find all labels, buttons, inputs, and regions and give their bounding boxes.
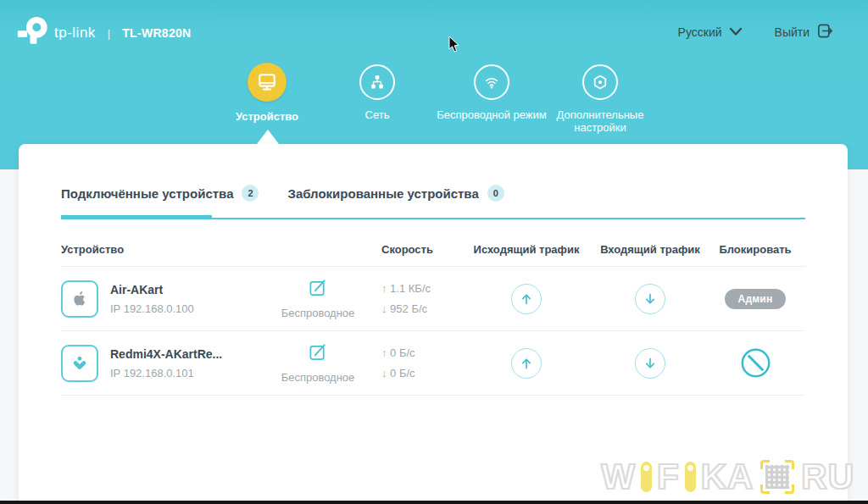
col-header-speed: Скорость [381, 243, 462, 256]
arrow-up-icon [518, 291, 535, 307]
divider [61, 395, 805, 396]
logout-button[interactable]: Выйти [775, 22, 834, 42]
watermark-letter: W [601, 457, 636, 497]
nav-item-advanced[interactable]: Дополнительные настройки [530, 63, 670, 134]
connected-count-badge: 2 [242, 185, 259, 202]
active-tab-pointer [257, 130, 279, 144]
brand-area: tp-link | TL-WR820N [17, 15, 192, 51]
tab-blocked-label: Заблокированные устройства [287, 186, 478, 201]
edit-device-icon[interactable] [309, 278, 328, 297]
tab-connected-label: Подключённые устройства [61, 186, 233, 201]
phone-user-icon [61, 345, 98, 382]
connection-type: Беспроводное [281, 371, 355, 384]
col-header-block: Блокировать [709, 243, 801, 256]
upload-speed: ↑ 1.1 КБ/с [381, 279, 462, 299]
monitor-icon [248, 63, 287, 102]
device-ip: IP 192.168.0.101 [110, 367, 222, 379]
logout-icon [816, 22, 834, 42]
nav-label-advanced: Дополнительные настройки [530, 108, 670, 134]
download-speed: ↓ 952 Б/с [381, 299, 462, 319]
watermark-letter: KA [701, 457, 754, 497]
chevron-down-icon [729, 25, 743, 39]
network-icon [359, 64, 395, 100]
nav-item-network[interactable]: Сеть [331, 63, 424, 121]
connection-type: Беспроводное [281, 307, 355, 319]
device-name: Air-AKart [110, 283, 194, 296]
qr-code-icon [760, 460, 794, 494]
active-tab-indicator [61, 215, 212, 219]
table-header-row: Устройство Скорость Исходящий трафик Вхо… [61, 243, 805, 256]
watermark-letter: RU [801, 457, 854, 497]
device-model: TL-WR820N [122, 26, 191, 40]
logout-label: Выйти [775, 25, 810, 39]
device-ip: IP 192.168.0.100 [110, 302, 194, 315]
incoming-traffic-button[interactable] [635, 348, 665, 379]
block-device-icon[interactable] [740, 347, 771, 379]
col-header-device: Устройство [61, 243, 254, 256]
tab-blocked-devices[interactable]: Заблокированные устройства 0 [287, 185, 504, 202]
arrow-down-icon [642, 291, 659, 307]
incoming-traffic-button[interactable] [635, 284, 665, 314]
tab-connected-devices[interactable]: Подключённые устройства 2 [61, 185, 259, 202]
arrow-down-icon [642, 355, 659, 372]
tp-link-logo-icon [17, 15, 49, 51]
col-header-outgoing: Исходящий трафик [462, 243, 591, 256]
nav-label-network: Сеть [331, 108, 424, 121]
col-header-incoming: Входящий трафик [591, 243, 709, 256]
watermark-i-mark [641, 462, 652, 492]
gear-icon [582, 64, 618, 100]
brand-separator: | [108, 27, 110, 40]
device-name: Redmi4X-AKartRe... [110, 347, 222, 361]
wifi-icon [474, 64, 509, 100]
wifika-ru-watermark: W F KA RU [601, 457, 854, 497]
apple-icon [61, 280, 98, 318]
upload-speed: ↑ 0 Б/с [381, 343, 462, 363]
outgoing-traffic-button[interactable] [511, 284, 542, 314]
blocked-count-badge: 0 [487, 185, 504, 202]
download-speed: ↓ 0 Б/с [381, 363, 462, 384]
main-panel: Подключённые устройства 2 Заблокированны… [19, 144, 848, 504]
window-bottom-edge [0, 501, 868, 504]
watermark-i-mark [685, 462, 696, 492]
mouse-cursor [448, 36, 461, 57]
admin-status-badge: Админ [725, 289, 787, 309]
watermark-letter: F [657, 457, 680, 497]
nav-item-devices[interactable]: Устройство [216, 63, 318, 123]
table-row-redmi: Redmi4X-AKartRe... IP 192.168.0.101 Бесп… [61, 331, 805, 395]
nav-label-devices: Устройство [216, 110, 318, 123]
device-tabs: Подключённые устройства 2 Заблокированны… [61, 144, 805, 202]
outgoing-traffic-button[interactable] [511, 348, 542, 379]
tab-underline [61, 215, 805, 219]
brand-name: tp-link [54, 25, 96, 42]
arrow-up-icon [518, 355, 535, 372]
table-row-air-akart: Air-AKart IP 192.168.0.100 Беспроводное … [61, 267, 805, 330]
language-selector[interactable]: Русский [678, 25, 743, 39]
edit-device-icon[interactable] [309, 342, 328, 362]
language-label: Русский [678, 25, 722, 39]
